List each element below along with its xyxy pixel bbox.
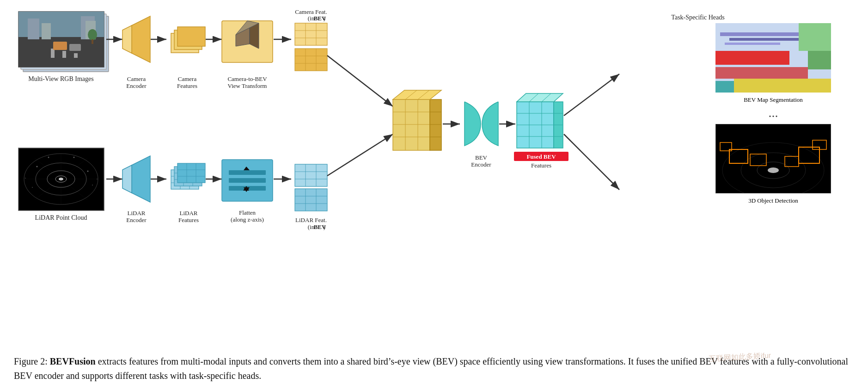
svg-rect-120 bbox=[554, 102, 563, 148]
svg-rect-167 bbox=[734, 79, 831, 93]
svg-text:Camera: Camera bbox=[127, 75, 146, 82]
svg-rect-99 bbox=[393, 99, 430, 150]
svg-text:Task-Specific Heads: Task-Specific Heads bbox=[671, 14, 724, 21]
main-container: Camera Encoder Camera Features Camera-to… bbox=[0, 0, 868, 390]
svg-rect-3 bbox=[18, 12, 104, 67]
task-heads: BEV Map Segmentation ... 3D Object D bbox=[715, 23, 831, 204]
seg-image bbox=[715, 23, 831, 93]
svg-rect-69 bbox=[174, 167, 202, 186]
svg-rect-1 bbox=[21, 14, 106, 69]
svg-text:Fused BEV: Fused BEV bbox=[526, 153, 556, 160]
svg-marker-62 bbox=[122, 165, 132, 193]
svg-line-41 bbox=[327, 56, 393, 106]
svg-rect-36 bbox=[295, 49, 327, 71]
svg-text:(along z-axis): (along z-axis) bbox=[231, 216, 264, 223]
svg-rect-42 bbox=[18, 148, 104, 210]
svg-rect-164 bbox=[725, 43, 780, 45]
svg-rect-80 bbox=[222, 160, 273, 201]
svg-rect-74 bbox=[177, 163, 205, 183]
svg-line-59 bbox=[35, 158, 87, 200]
seg-caption: BEV Map Segmentation bbox=[715, 96, 831, 104]
svg-rect-161 bbox=[715, 67, 808, 79]
svg-point-46 bbox=[55, 176, 67, 182]
svg-line-126 bbox=[542, 93, 551, 102]
svg-rect-12 bbox=[74, 53, 78, 58]
svg-rect-2 bbox=[18, 12, 104, 67]
svg-text:Camera Feat.: Camera Feat. bbox=[295, 9, 327, 15]
svg-line-127 bbox=[564, 74, 619, 116]
svg-rect-21 bbox=[171, 33, 199, 53]
diagram-area: Camera Encoder Camera Features Camera-to… bbox=[14, 9, 854, 273]
svg-point-51 bbox=[92, 185, 93, 186]
svg-rect-81 bbox=[229, 170, 266, 175]
svg-line-98 bbox=[327, 134, 393, 176]
figure-bold-text: BEVFusion bbox=[50, 356, 96, 366]
svg-point-43 bbox=[24, 154, 98, 204]
dots-separator: ... bbox=[715, 105, 831, 120]
svg-text:View Transform: View Transform bbox=[228, 82, 267, 89]
svg-rect-4 bbox=[18, 12, 104, 37]
svg-point-45 bbox=[47, 171, 75, 187]
svg-rect-25 bbox=[222, 21, 273, 62]
svg-marker-61 bbox=[132, 156, 150, 202]
svg-rect-88 bbox=[295, 164, 327, 186]
det-caption: 3D Object Detection bbox=[715, 197, 831, 204]
svg-rect-82 bbox=[229, 178, 266, 183]
svg-point-53 bbox=[73, 157, 75, 158]
svg-text:Flatten: Flatten bbox=[239, 209, 256, 216]
svg-rect-6 bbox=[28, 19, 39, 39]
svg-text:LiDAR: LiDAR bbox=[180, 210, 198, 217]
svg-rect-93 bbox=[295, 189, 327, 211]
svg-point-15 bbox=[88, 29, 97, 40]
svg-text:Camera-to-BEV: Camera-to-BEV bbox=[227, 75, 267, 82]
svg-marker-18 bbox=[132, 16, 150, 62]
svg-text:Camera: Camera bbox=[178, 75, 197, 82]
svg-rect-152 bbox=[514, 152, 568, 161]
svg-text:LiDAR Point Cloud: LiDAR Point Cloud bbox=[35, 214, 87, 221]
svg-rect-162 bbox=[720, 32, 803, 36]
svg-point-50 bbox=[32, 187, 33, 188]
svg-rect-5 bbox=[18, 37, 104, 67]
svg-point-55 bbox=[97, 179, 98, 180]
svg-marker-124 bbox=[517, 93, 563, 102]
svg-text:LiDAR Feat.: LiDAR Feat. bbox=[295, 217, 327, 223]
svg-rect-163 bbox=[729, 38, 799, 41]
svg-rect-9 bbox=[86, 21, 96, 39]
svg-text:Features: Features bbox=[178, 217, 199, 223]
svg-rect-114 bbox=[517, 102, 554, 148]
svg-text:(in: (in bbox=[308, 223, 315, 230]
svg-rect-169 bbox=[715, 124, 831, 193]
det-image bbox=[715, 124, 831, 193]
svg-rect-83 bbox=[229, 186, 266, 191]
svg-marker-109 bbox=[393, 90, 441, 99]
svg-marker-84 bbox=[244, 167, 250, 170]
svg-text:Encoder: Encoder bbox=[126, 217, 147, 223]
svg-rect-7 bbox=[42, 23, 51, 39]
svg-text:(in: (in bbox=[308, 15, 315, 22]
svg-text:BEV: BEV bbox=[314, 223, 326, 230]
svg-point-47 bbox=[59, 178, 63, 180]
svg-marker-27 bbox=[250, 23, 259, 49]
svg-marker-19 bbox=[122, 25, 132, 53]
svg-rect-13 bbox=[53, 42, 67, 50]
svg-rect-168 bbox=[715, 81, 734, 93]
figure-num: Figure 2: bbox=[14, 356, 48, 366]
svg-text:Features: Features bbox=[531, 162, 551, 169]
svg-text:): ) bbox=[324, 15, 325, 22]
svg-rect-64 bbox=[171, 170, 199, 189]
svg-point-52 bbox=[48, 157, 49, 158]
svg-rect-105 bbox=[430, 99, 441, 150]
svg-point-49 bbox=[87, 171, 89, 172]
svg-marker-86 bbox=[244, 187, 250, 192]
svg-text:BEV: BEV bbox=[475, 154, 488, 161]
svg-text:LiDAR: LiDAR bbox=[128, 210, 146, 217]
svg-line-125 bbox=[529, 93, 538, 102]
svg-rect-10 bbox=[51, 49, 55, 58]
svg-marker-85 bbox=[243, 186, 249, 191]
svg-rect-8 bbox=[81, 16, 95, 39]
svg-marker-26 bbox=[236, 28, 250, 46]
svg-text:BEV: BEV bbox=[314, 15, 326, 22]
svg-marker-28 bbox=[236, 21, 259, 35]
svg-point-44 bbox=[36, 163, 86, 195]
svg-text:): ) bbox=[324, 223, 325, 230]
